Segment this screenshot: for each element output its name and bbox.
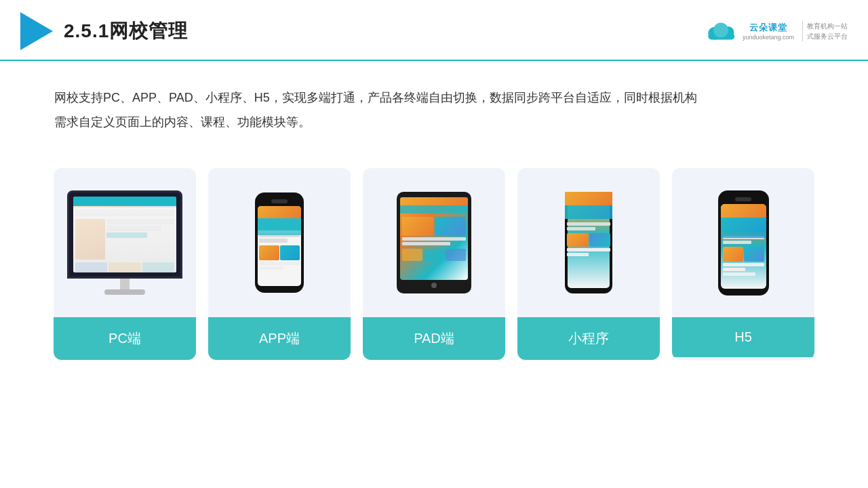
card-app-label: APP端 — [208, 317, 351, 360]
description-text: 网校支持PC、APP、PAD、小程序、H5，实现多端打通，产品各终端自由切换，数… — [0, 61, 868, 148]
card-pad: PAD端 — [363, 168, 505, 360]
card-miniprogram: 小程序 — [517, 168, 660, 360]
card-miniprogram-label: 小程序 — [517, 317, 660, 360]
logo-triangle-icon — [20, 12, 53, 50]
description-paragraph: 网校支持PC、APP、PAD、小程序、H5，实现多端打通，产品各终端自由切换，数… — [54, 85, 814, 134]
card-pc-label: PC端 — [54, 317, 196, 360]
brand-slogan-line1: 教育机构一站 — [807, 21, 848, 31]
header-right: 云朵课堂 yunduoketang.com 教育机构一站 式服务云平台 — [705, 21, 848, 41]
miniprogram-phone-icon — [565, 192, 612, 293]
brand-url: yunduoketang.com — [743, 34, 794, 41]
card-pc: PC端 — [54, 168, 196, 360]
header-left: 2.5.1网校管理 — [20, 12, 188, 50]
header: 2.5.1网校管理 云朵课堂 yunduoketang.com 教育机构一站 式… — [0, 0, 868, 61]
brand-slogan: 教育机构一站 式服务云平台 — [802, 21, 848, 41]
brand-logo: 云朵课堂 yunduoketang.com — [743, 22, 794, 41]
page-title: 2.5.1网校管理 — [64, 18, 188, 44]
card-pad-image — [363, 168, 505, 317]
card-h5-image — [672, 168, 814, 317]
card-app-image — [208, 168, 351, 317]
card-h5: H5 — [672, 168, 814, 360]
h5-phone-icon — [718, 190, 769, 296]
card-app: APP端 — [208, 168, 351, 360]
pad-tablet-icon — [397, 192, 471, 293]
svg-point-4 — [713, 23, 728, 38]
pc-monitor-icon — [67, 190, 182, 295]
brand-cloud-icon — [705, 22, 737, 41]
app-phone-icon — [255, 192, 304, 293]
cards-container: PC端 — [0, 155, 868, 360]
brand-name: 云朵课堂 — [749, 22, 787, 34]
card-h5-label: H5 — [672, 317, 814, 357]
brand-slogan-line2: 式服务云平台 — [807, 31, 848, 41]
card-miniprogram-image — [517, 168, 660, 317]
card-pc-image — [54, 168, 196, 317]
card-pad-label: PAD端 — [363, 317, 505, 360]
